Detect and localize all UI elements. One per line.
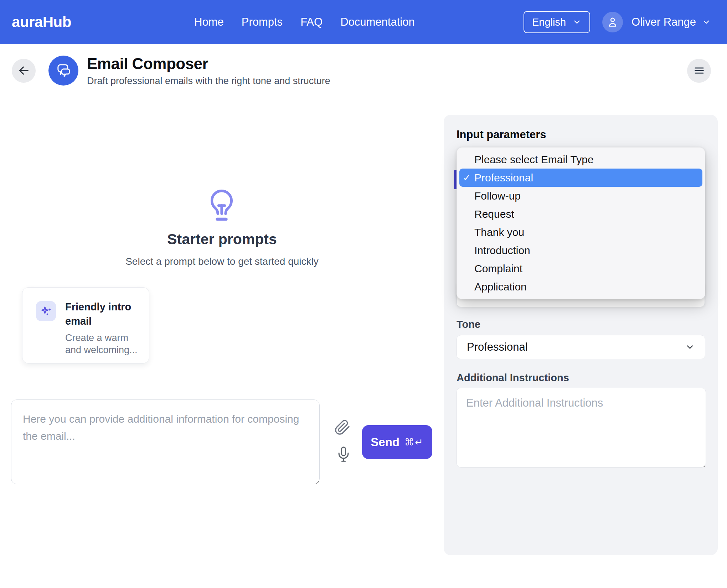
chevron-down-icon — [685, 342, 695, 352]
sparkles-icon — [36, 301, 56, 321]
email-composer-app-icon — [48, 56, 78, 86]
email-type-option[interactable]: Please select Email Type — [459, 150, 702, 169]
option-label: Professional — [474, 172, 533, 184]
language-selector[interactable]: English — [524, 11, 590, 33]
microphone-button[interactable] — [336, 445, 351, 463]
back-button[interactable] — [12, 59, 36, 83]
language-label: English — [532, 16, 566, 28]
send-button[interactable]: Send ⌘↵ — [362, 425, 432, 459]
additional-instructions-input[interactable] — [457, 388, 706, 468]
additional-instructions-label: Additional Instructions — [457, 372, 569, 384]
email-type-option[interactable]: Complaint — [459, 259, 702, 278]
option-label: Please select Email Type — [474, 154, 594, 166]
back-arrow-icon — [18, 65, 30, 77]
nav-right: English Oliver Range — [524, 11, 711, 33]
email-type-option[interactable]: Application — [459, 278, 702, 296]
nav-links: Home Prompts FAQ Documentation — [194, 0, 415, 44]
option-label: Thank you — [474, 226, 524, 238]
option-label: Complaint — [474, 263, 522, 275]
starter-heading: Starter prompts — [0, 231, 444, 248]
compose-input[interactable] — [11, 399, 320, 484]
option-label: Introduction — [474, 244, 530, 257]
email-type-option[interactable]: Follow-up — [459, 187, 702, 205]
nav-link-documentation[interactable]: Documentation — [340, 16, 415, 29]
chevron-down-icon — [702, 17, 711, 27]
send-label: Send — [371, 435, 399, 449]
option-label: Request — [474, 208, 514, 220]
top-nav: auraHub Home Prompts FAQ Documentation E… — [0, 0, 727, 44]
email-type-dropdown: Please select Email Type✓ProfessionalFol… — [457, 147, 705, 299]
attach-button[interactable] — [334, 419, 351, 435]
hamburger-icon — [693, 65, 705, 77]
tone-value: Professional — [467, 341, 528, 354]
user-menu[interactable]: Oliver Range — [631, 16, 711, 29]
paperclip-icon — [334, 419, 351, 435]
card-text: Friendly intro email Create a warm and w… — [65, 300, 138, 363]
starter-subheading: Select a prompt below to get started qui… — [0, 256, 444, 267]
user-avatar[interactable] — [602, 12, 623, 32]
card-description: Create a warm and welcoming... — [65, 332, 138, 356]
page-title: Email Composer — [87, 55, 330, 73]
tone-select[interactable]: Professional — [457, 335, 705, 359]
chevron-down-icon — [572, 17, 582, 27]
nav-link-home[interactable]: Home — [194, 16, 224, 29]
option-label: Follow-up — [474, 190, 521, 202]
chat-bubbles-icon — [54, 61, 73, 80]
microphone-icon — [336, 445, 351, 463]
person-icon — [607, 16, 619, 28]
check-icon: ✓ — [459, 172, 474, 184]
app-logo[interactable]: auraHub — [12, 14, 71, 31]
starter-prompt-card[interactable]: Friendly intro email Create a warm and w… — [22, 287, 149, 363]
email-type-options: Please select Email Type✓ProfessionalFol… — [457, 150, 705, 296]
input-parameters-panel: Input parameters Please select Email Typ… — [444, 115, 718, 555]
card-title: Friendly intro email — [65, 300, 138, 328]
menu-button[interactable] — [687, 59, 711, 83]
page-titles: Email Composer Draft professional emails… — [87, 55, 330, 87]
option-label: Application — [474, 281, 527, 293]
send-shortcut: ⌘↵ — [404, 437, 424, 448]
panel-title: Input parameters — [457, 128, 546, 141]
email-type-option[interactable]: Introduction — [459, 241, 702, 259]
tone-label: Tone — [457, 319, 480, 330]
nav-link-prompts[interactable]: Prompts — [242, 16, 283, 29]
page-header: Email Composer Draft professional emails… — [0, 44, 727, 97]
lightbulb-icon — [204, 187, 239, 224]
user-name-label: Oliver Range — [631, 16, 696, 29]
email-type-option[interactable]: ✓Professional — [459, 169, 702, 187]
email-type-option[interactable]: Request — [459, 205, 702, 223]
page: auraHub Home Prompts FAQ Documentation E… — [0, 0, 727, 588]
email-type-option[interactable]: Thank you — [459, 223, 702, 241]
page-subtitle: Draft professional emails with the right… — [87, 76, 330, 87]
nav-link-faq[interactable]: FAQ — [300, 16, 323, 29]
